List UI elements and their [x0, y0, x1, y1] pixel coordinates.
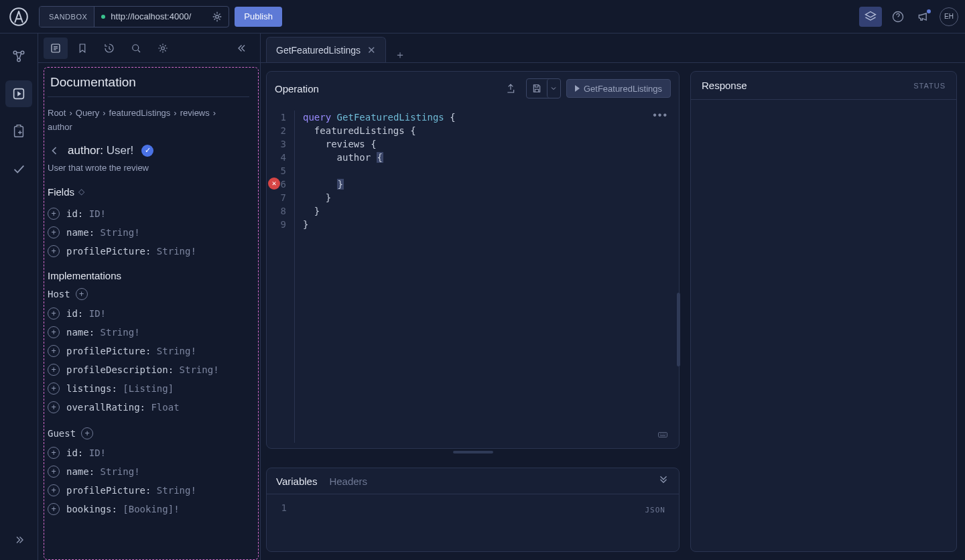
add-field-icon[interactable]: + — [48, 466, 60, 478]
error-marker-icon[interactable]: ✕ — [268, 178, 280, 190]
graph-nodes-icon[interactable] — [5, 43, 32, 70]
topbar-actions: EH — [859, 7, 958, 27]
add-tab-icon[interactable]: ＋ — [389, 48, 411, 62]
svg-point-1 — [216, 15, 219, 18]
svg-point-10 — [162, 46, 165, 50]
expand-rail-icon[interactable] — [5, 527, 32, 553]
add-field-icon[interactable]: + — [48, 401, 60, 413]
run-operation-button[interactable]: GetFeaturedListings — [566, 79, 671, 98]
collapse-sidebar-icon[interactable] — [231, 38, 255, 59]
type-description: User that wrote the review — [48, 163, 249, 173]
svg-rect-11 — [659, 433, 667, 437]
gear-icon[interactable] — [211, 11, 223, 23]
megaphone-icon[interactable] — [914, 7, 933, 26]
implementations-header: Implementations — [48, 270, 249, 281]
svg-point-9 — [133, 44, 139, 50]
variables-editor[interactable]: 1 JSON — [267, 494, 679, 551]
resize-handle[interactable] — [453, 451, 493, 453]
field-row[interactable]: +id: ID! — [48, 304, 249, 323]
add-field-icon[interactable]: + — [48, 326, 60, 338]
check-icon[interactable] — [5, 155, 32, 182]
add-field-icon[interactable]: + — [48, 484, 60, 496]
type-header: author: User! ✓ — [48, 144, 249, 157]
field-row[interactable]: +name: String! — [48, 462, 249, 481]
svg-rect-7 — [15, 127, 23, 137]
field-row[interactable]: +bookings: [Booking]! — [48, 500, 249, 518]
tab-operation[interactable]: GetFeaturedListings ✕ — [266, 37, 386, 62]
endpoint-url: http://localhost:4000/ — [111, 11, 206, 21]
topbar: SANDBOX http://localhost:4000/ Publish E… — [0, 0, 965, 33]
chevron-down-icon[interactable] — [547, 79, 560, 98]
tab-headers[interactable]: Headers — [329, 476, 367, 487]
add-field-icon[interactable]: + — [48, 208, 60, 220]
operation-code[interactable]: query GetFeaturedListings { featuredList… — [295, 111, 456, 443]
add-field-icon[interactable]: + — [48, 226, 60, 238]
field-row[interactable]: +overallRating: Float — [48, 398, 249, 417]
add-field-icon[interactable]: + — [48, 364, 60, 376]
share-icon[interactable] — [501, 79, 521, 98]
clipboard-icon[interactable] — [5, 118, 32, 145]
more-menu-icon[interactable]: ••• — [653, 109, 668, 121]
close-icon[interactable]: ✕ — [367, 44, 376, 56]
response-header: Response STATUS — [691, 72, 956, 100]
field-row[interactable]: +id: ID! — [48, 204, 249, 223]
svg-point-5 — [17, 58, 21, 62]
field-row[interactable]: +name: String! — [48, 223, 249, 242]
search-icon[interactable] — [124, 38, 148, 59]
doc-title: Documentation — [48, 72, 249, 97]
line-gutter: 1 2 3 4 5 6 7 8 9 — [267, 111, 295, 443]
avatar[interactable]: EH — [940, 7, 958, 26]
fields-header[interactable]: Fields ◇ — [48, 186, 249, 198]
field-row[interactable]: +profilePicture: String! — [48, 242, 249, 261]
add-field-icon[interactable]: + — [48, 345, 60, 357]
add-field-icon[interactable]: + — [48, 447, 60, 459]
field-row[interactable]: +id: ID! — [48, 443, 249, 462]
tab-variables[interactable]: Variables — [276, 476, 317, 487]
variables-header: Variables Headers — [267, 468, 679, 494]
help-icon[interactable] — [889, 7, 907, 26]
response-status-label: STATUS — [913, 82, 946, 90]
back-arrow-icon[interactable] — [48, 144, 61, 157]
env-tag: SANDBOX — [40, 7, 94, 27]
sidebar-tools — [38, 33, 260, 63]
app-logo[interactable] — [7, 5, 31, 29]
notification-dot — [927, 9, 931, 13]
field-row[interactable]: +profilePicture: String! — [48, 481, 249, 500]
doc-scroll[interactable]: Documentation Root›Query›featuredListing… — [38, 63, 260, 560]
field-row[interactable]: +profileDescription: String! — [48, 360, 249, 379]
explorer-icon[interactable] — [5, 80, 32, 107]
play-icon — [575, 85, 580, 92]
add-field-icon[interactable]: + — [48, 245, 60, 257]
history-icon[interactable] — [97, 38, 121, 59]
sort-icon[interactable]: ◇ — [78, 187, 84, 196]
add-field-icon[interactable]: + — [76, 288, 88, 300]
impl-type[interactable]: Host+ — [48, 288, 249, 300]
activity-rail — [0, 33, 38, 560]
field-row[interactable]: +name: String! — [48, 323, 249, 342]
doc-list-icon[interactable] — [44, 38, 68, 59]
operation-title: Operation — [275, 83, 319, 94]
settings-icon[interactable] — [151, 38, 175, 59]
layers-icon[interactable] — [859, 7, 882, 27]
operation-editor[interactable]: ✕ 1 2 3 4 5 6 7 8 9 query GetFeaturedLis… — [267, 105, 679, 448]
response-panel: Response STATUS — [690, 71, 957, 552]
add-field-icon[interactable]: + — [48, 503, 60, 515]
field-row[interactable]: +listings: [Listing] — [48, 379, 249, 398]
verified-badge-icon: ✓ — [141, 145, 153, 157]
publish-button[interactable]: Publish — [235, 7, 282, 27]
variables-panel: Variables Headers 1 JSON — [266, 468, 680, 552]
scrollbar[interactable] — [677, 293, 680, 366]
operation-header: Operation — [267, 72, 679, 105]
json-label: JSON — [645, 504, 666, 517]
keyboard-icon[interactable] — [656, 432, 669, 441]
breadcrumb[interactable]: Root›Query›featuredListings›reviews›auth… — [48, 107, 249, 135]
bookmark-icon[interactable] — [70, 38, 94, 59]
impl-type[interactable]: Guest+ — [48, 427, 249, 439]
collapse-icon[interactable] — [657, 475, 669, 487]
add-field-icon[interactable]: + — [48, 382, 60, 395]
add-field-icon[interactable]: + — [48, 307, 60, 320]
field-row[interactable]: +profilePicture: String! — [48, 342, 249, 360]
add-field-icon[interactable]: + — [81, 427, 93, 439]
save-operation-button[interactable] — [526, 78, 561, 98]
url-input[interactable]: http://localhost:4000/ — [94, 7, 229, 27]
